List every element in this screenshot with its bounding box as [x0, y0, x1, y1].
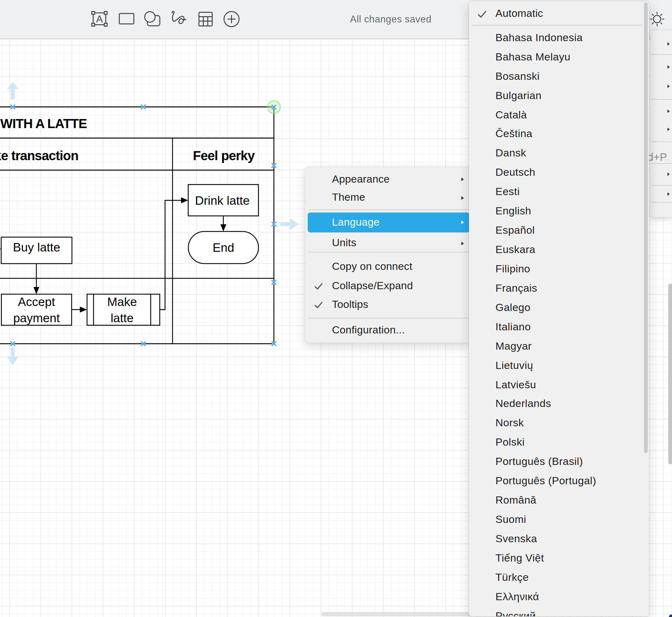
svg-text:Accept: Accept [18, 295, 55, 308]
svg-text:Make: Make [107, 295, 137, 308]
svg-text:Drink latte: Drink latte [195, 194, 250, 207]
svg-text:End: End [213, 241, 234, 254]
svg-text:Make transaction: Make transaction [0, 148, 78, 163]
svg-text:Feel perky: Feel perky [193, 148, 255, 163]
svg-text:A: A [96, 13, 103, 25]
svg-text:latte: latte [110, 311, 133, 325]
svg-text:Buy latte: Buy latte [13, 241, 60, 254]
svg-text:payment: payment [13, 311, 60, 325]
svg-text:WITH A LATTE: WITH A LATTE [0, 116, 87, 131]
